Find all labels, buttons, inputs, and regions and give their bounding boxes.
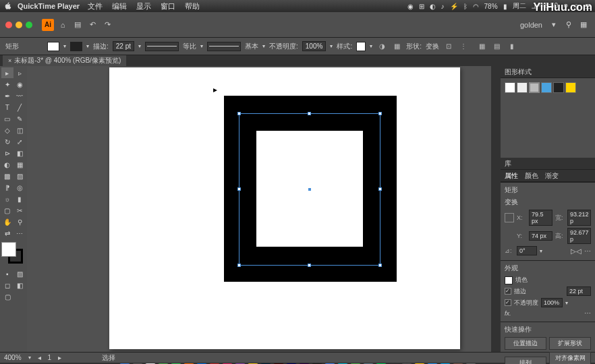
siri-icon[interactable]: ◎ xyxy=(573,3,579,10)
transform-lbl[interactable]: 变换 xyxy=(426,42,439,51)
artboard-nav-next[interactable]: ▸ xyxy=(58,354,61,361)
status-icon[interactable]: ⊞ xyxy=(419,3,424,10)
chevron-down-icon[interactable]: ▾ xyxy=(370,43,372,49)
stroke-profile[interactable] xyxy=(145,42,179,51)
search-icon[interactable]: ⚲ xyxy=(563,19,575,31)
fill-swatch[interactable] xyxy=(47,42,59,51)
stroke-swatch[interactable] xyxy=(70,42,82,51)
chevron-down-icon[interactable]: ▾ xyxy=(28,355,31,361)
x-input[interactable]: 79.5 px xyxy=(529,210,552,226)
menu-view[interactable]: 显示 xyxy=(136,1,151,11)
gradient-tab[interactable]: 渐变 xyxy=(545,171,559,180)
wifi-icon[interactable]: ◠ xyxy=(473,3,479,10)
wand-tool[interactable]: ✦ xyxy=(1,79,13,90)
chevron-down-icon[interactable]: ▾ xyxy=(330,43,333,49)
fx-label[interactable]: fx. xyxy=(505,310,511,317)
style-swatch[interactable] xyxy=(553,82,564,93)
home-icon[interactable]: ⌂ xyxy=(57,19,69,31)
direct-select-tool[interactable]: ▹ xyxy=(14,67,26,78)
lasso-tool[interactable]: ◉ xyxy=(14,79,26,90)
more-icon[interactable]: ⋯ xyxy=(584,247,591,255)
style-swatch[interactable] xyxy=(505,82,515,93)
arrange-button[interactable]: 排列 xyxy=(505,357,546,365)
bluetooth-icon[interactable]: ᛒ xyxy=(463,3,468,10)
edit-toolbar[interactable]: ⋯ xyxy=(14,228,26,239)
symbol-tool[interactable]: ☼ xyxy=(1,193,13,204)
anchor-reference[interactable] xyxy=(505,213,514,222)
stroke-weight[interactable]: 22 pt xyxy=(567,286,591,296)
type-tool[interactable]: T xyxy=(1,102,13,113)
style-swatch[interactable] xyxy=(529,82,540,93)
close-button[interactable] xyxy=(5,22,12,28)
fill-swatch[interactable] xyxy=(505,276,513,284)
apple-icon[interactable] xyxy=(4,2,12,10)
scale-tool[interactable]: ⤢ xyxy=(14,136,26,147)
recolor-icon[interactable]: ◑ xyxy=(376,41,387,52)
offset-stroke-button[interactable]: 位置描边 xyxy=(505,337,546,350)
fill-box[interactable] xyxy=(1,242,16,257)
resize-handle[interactable] xyxy=(237,112,241,115)
selection-tool[interactable]: ▸ xyxy=(1,67,13,78)
close-icon[interactable]: × xyxy=(8,57,11,64)
y-input[interactable]: 74 px xyxy=(529,231,552,241)
pen-tool[interactable]: ✒ xyxy=(1,90,13,101)
style-swatch[interactable] xyxy=(541,82,552,93)
rotate-input[interactable]: 0° xyxy=(517,246,537,255)
opacity-toggle[interactable] xyxy=(505,299,511,306)
user-name[interactable]: golden xyxy=(520,21,542,29)
color-mode[interactable]: ▪ xyxy=(1,268,13,279)
resize-handle[interactable] xyxy=(308,264,311,267)
free-transform-tool[interactable]: ◧ xyxy=(14,148,26,158)
more-icon[interactable]: ⋮ xyxy=(458,41,469,52)
mesh-tool[interactable]: ▩ xyxy=(1,171,13,181)
shaper-tool[interactable]: ◇ xyxy=(1,125,13,135)
save-icon[interactable]: ▤ xyxy=(72,19,84,31)
style-swatch[interactable] xyxy=(517,82,528,93)
artboard-tool[interactable]: ▢ xyxy=(1,205,13,216)
resize-handle[interactable] xyxy=(378,112,382,115)
isolate-icon[interactable]: ⊡ xyxy=(443,41,454,52)
gradient-tool[interactable]: ▨ xyxy=(14,171,26,181)
graph-tool[interactable]: ▮ xyxy=(14,193,26,204)
flip-h-icon[interactable]: ▷◁ xyxy=(571,247,582,255)
rectangle-tool[interactable]: ▭ xyxy=(1,113,13,124)
align-pixel-button[interactable]: 对齐像素网格 xyxy=(549,352,591,364)
chevron-down-icon[interactable]: ▾ xyxy=(540,248,542,254)
curvature-tool[interactable]: 〰 xyxy=(14,90,26,101)
toggle-tool[interactable]: ⇄ xyxy=(1,228,13,239)
maximize-button[interactable] xyxy=(26,22,32,28)
resize-handle[interactable] xyxy=(308,112,311,115)
notif-icon[interactable]: ☰ xyxy=(585,3,591,10)
blend-tool[interactable]: ◎ xyxy=(14,182,26,193)
eraser-tool[interactable]: ◫ xyxy=(14,125,26,135)
resize-handle[interactable] xyxy=(378,264,382,267)
doc-tab[interactable]: × 未标题-3* @ 400% (RGB/像素预览) xyxy=(3,55,126,66)
opacity-input[interactable]: 100% xyxy=(302,41,327,51)
graphic-styles-tab[interactable]: 图形样式 xyxy=(501,66,595,78)
spotlight-icon[interactable]: ⚲ xyxy=(563,3,568,10)
hand-tool[interactable]: ✋ xyxy=(1,216,13,227)
lib-tab[interactable]: 库 xyxy=(505,159,511,168)
opacity-value[interactable]: 100% xyxy=(541,298,563,307)
menu-edit[interactable]: 编辑 xyxy=(112,1,127,11)
chevron-down-icon[interactable]: ▾ xyxy=(200,43,203,49)
arrange-icon[interactable]: ▦ xyxy=(577,19,590,31)
battery-icon[interactable]: ▮ xyxy=(503,3,507,10)
status-icon[interactable]: ♪ xyxy=(441,3,445,10)
color-tab[interactable]: 颜色 xyxy=(525,171,538,180)
brush-def[interactable] xyxy=(207,42,241,51)
minimize-button[interactable] xyxy=(16,22,22,28)
fill-stroke-control[interactable] xyxy=(1,242,26,266)
perspective-tool[interactable]: ▦ xyxy=(14,159,26,170)
panel-icon[interactable]: ▮ xyxy=(507,41,517,52)
resize-handle[interactable] xyxy=(237,264,241,267)
chevron-down-icon[interactable]: ▾ xyxy=(262,43,265,49)
slice-tool[interactable]: ✂ xyxy=(14,205,26,216)
panel-icon[interactable]: ▦ xyxy=(477,41,488,52)
align-icon[interactable]: ▦ xyxy=(391,41,402,52)
draw-normal[interactable]: ◻ xyxy=(1,280,13,291)
stroke-weight-input[interactable]: 22 pt xyxy=(113,41,134,51)
menu-file[interactable]: 文件 xyxy=(88,1,103,11)
artboard[interactable]: ▸ xyxy=(109,67,460,349)
status-icon[interactable]: ◐ xyxy=(430,3,436,10)
